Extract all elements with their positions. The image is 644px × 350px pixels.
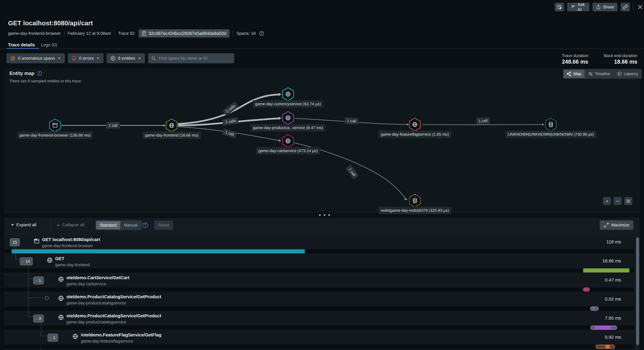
entity-map-panel <box>4 68 640 213</box>
view-map-button[interactable]: Map <box>564 70 584 78</box>
view-timeline-label: Timeline <box>595 72 610 76</box>
span-bar[interactable] <box>583 287 590 291</box>
span-count-badge[interactable]: › 3 <box>33 315 44 322</box>
error-icon <box>72 56 77 61</box>
span-bar[interactable] <box>583 268 629 272</box>
spans-info-icon[interactable] <box>259 31 264 36</box>
span-name: oteldemo.CartService/GetCart <box>66 275 130 280</box>
node-frontend[interactable] <box>166 119 178 132</box>
trace-details-view: Ask AI Share <box>0 0 644 350</box>
node-unknown-database[interactable] <box>545 118 557 131</box>
span-timeline-lane <box>4 325 634 330</box>
entity-map-info-icon[interactable] <box>37 71 42 76</box>
span-timeline-lane <box>4 268 634 272</box>
meta-divider <box>64 31 64 36</box>
node-redis[interactable] <box>409 194 421 207</box>
chevron-down-icon: ▼ <box>96 57 100 60</box>
mode-manual-button[interactable]: Manual <box>120 221 141 229</box>
mode-standard-button[interactable]: Standard <box>96 221 120 229</box>
ask-ai-label: Ask AI <box>578 2 586 12</box>
view-latency-button[interactable]: Latency <box>614 70 641 78</box>
collapse-all-label: Collapse all <box>62 222 84 227</box>
anomalous-spans-filter[interactable]: 0 anomalous spans ▼ <box>6 53 65 63</box>
errors-filter[interactable]: 0 errors ▼ <box>68 53 104 63</box>
span-row[interactable]: › 3 oteldemo.ProductCatalogService/GetPr… <box>4 312 636 331</box>
panel-resize-handle[interactable]: • • • <box>319 212 331 218</box>
span-bar-cap <box>611 326 616 329</box>
node-cartservice[interactable] <box>282 134 294 148</box>
span-row[interactable]: › 14 GET game-day-frontend 18.66 ms <box>4 255 636 274</box>
plus-icon: + <box>606 198 608 204</box>
span-service: game-day-frontend <box>55 263 90 267</box>
span-row[interactable]: › 1 oteldemo.CartService/GetCart game-da… <box>4 274 636 293</box>
share-button[interactable]: Share <box>592 3 618 11</box>
tree-connector <box>28 278 33 279</box>
span-count-badge[interactable]: › 1 <box>48 334 58 341</box>
span-bar[interactable] <box>12 249 305 253</box>
close-button[interactable] <box>636 4 644 11</box>
tab-logs[interactable]: Logs (0) <box>41 43 57 48</box>
close-icon <box>637 4 643 10</box>
span-service: game-day-frontend-browser <box>42 243 93 248</box>
node-label: game-day-frontend (18.66 ms) <box>142 132 201 139</box>
entities-filter[interactable]: 8 entities ▼ <box>106 53 145 63</box>
zoom-in-button[interactable]: + <box>603 197 611 205</box>
vertical-scrollbar[interactable] <box>636 237 639 345</box>
span-row[interactable]: › 1 /oteldemo.FeatureFlagService/GetFlag… <box>4 331 636 350</box>
mode-toggle: Standard Manual <box>96 220 142 230</box>
span-bar[interactable] <box>590 325 617 330</box>
entities-label: 8 entities <box>118 56 135 61</box>
node-featureflagservice[interactable] <box>409 118 421 131</box>
reset-button[interactable]: Reset <box>154 221 173 230</box>
backend-duration-value: 18.66 ms <box>614 59 637 65</box>
badge-count: 14 <box>25 259 30 264</box>
span-bar-cap <box>591 326 595 329</box>
search-input[interactable] <box>158 56 231 61</box>
trace-id-chip[interactable]: 32c087ec434bce28367e5a684da8a500 <box>139 29 230 38</box>
latency-hexagon-icon <box>617 71 622 76</box>
span-bar[interactable] <box>596 345 615 349</box>
span-count-badge[interactable]: › 14 <box>20 257 33 265</box>
copy-link-button[interactable] <box>620 3 630 11</box>
span-timeline-lane <box>4 306 634 311</box>
notes-icon <box>557 5 562 10</box>
span-duration: 118 ms <box>606 239 621 244</box>
tree-connector <box>41 320 41 336</box>
zoom-out-button[interactable]: − <box>614 197 622 205</box>
node-label: game-day-currencyservice (62.74 µs) <box>253 100 323 108</box>
entity-name: game-day-frontend-browser <box>8 31 61 36</box>
node-productcatalogservice[interactable] <box>282 111 294 125</box>
expand-all-button[interactable]: ▼ Expand all <box>11 222 36 227</box>
collapse-all-button[interactable]: ▲ Collapse all <box>56 222 84 227</box>
share-icon <box>596 5 601 10</box>
span-search[interactable] <box>148 53 234 63</box>
edge-label: 1 call <box>344 117 359 125</box>
anomaly-icon <box>10 56 16 61</box>
span-duration: 0.02 ms <box>605 296 621 302</box>
span-bar[interactable] <box>590 306 599 311</box>
maximize-button[interactable]: Maximize <box>600 220 633 230</box>
tree-connector <box>28 278 28 297</box>
notes-button[interactable] <box>555 3 564 11</box>
span-count-badge[interactable]: › 1 <box>33 276 44 284</box>
span-row[interactable]: 15 GET localhost:8080/api/cart game-day-… <box>4 236 636 255</box>
ask-ai-button[interactable]: Ask AI <box>567 3 590 11</box>
span-name: oteldemo.ProductCatalogService/GetProduc… <box>66 294 161 299</box>
meta-divider <box>114 31 115 36</box>
browser-icon <box>34 238 40 244</box>
tab-trace-details[interactable]: Trace details <box>8 43 35 48</box>
span-service: game-day-cartservice <box>66 282 106 286</box>
node-currencyservice[interactable] <box>282 87 294 101</box>
tree-connector <box>41 336 48 336</box>
fit-view-button[interactable] <box>624 197 632 205</box>
span-count-badge[interactable]: 15 <box>10 238 20 246</box>
view-timeline-button[interactable]: Timeline <box>585 70 613 78</box>
entity-map-subtitle: There are 8 sampled entities in this tra… <box>10 79 81 84</box>
clipboard-icon <box>142 31 146 36</box>
node-frontend-browser[interactable] <box>49 119 61 132</box>
mode-info-icon[interactable] <box>142 222 148 228</box>
span-row[interactable]: oteldemo.ProductCatalogService/GetProduc… <box>4 293 636 312</box>
errors-label: 0 errors <box>79 56 94 61</box>
anomalous-spans-label: 0 anomalous spans <box>18 56 55 61</box>
globe-icon <box>47 257 53 263</box>
